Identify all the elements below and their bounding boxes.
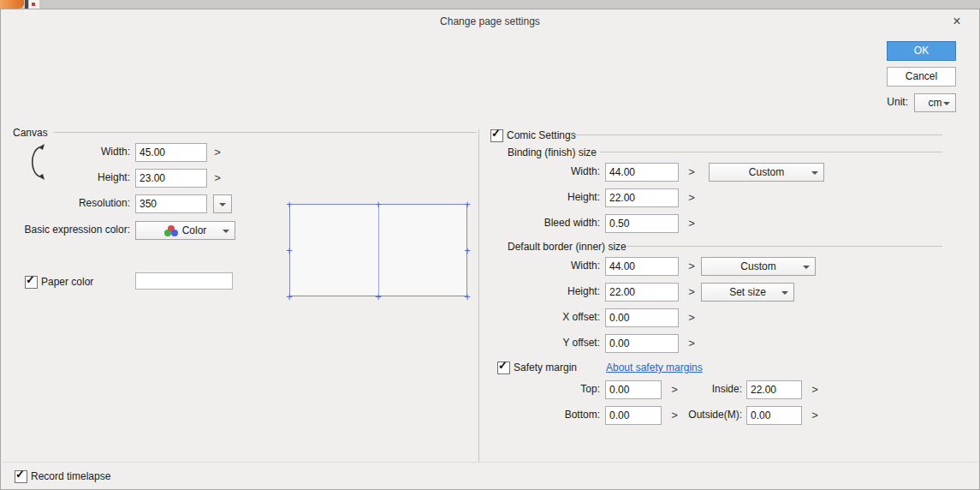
canvas-height-label: Height:	[18, 171, 130, 183]
comic-settings-line	[571, 134, 942, 135]
check-icon: ✓	[26, 273, 35, 286]
y-offset-input[interactable]	[605, 334, 679, 353]
check-icon: ✓	[15, 468, 25, 481]
binding-size-preset-value: Custom	[749, 166, 784, 178]
binding-size-preset-select[interactable]: Custom	[709, 163, 824, 182]
border-size-mode-value: Set size	[729, 286, 766, 298]
binding-height-label: Height:	[480, 191, 600, 203]
expression-color-value: Color	[182, 224, 207, 236]
border-width-input[interactable]	[605, 257, 679, 276]
chevron-right-icon: >	[811, 383, 818, 396]
canvas-resolution-label: Resolution:	[18, 197, 130, 209]
crop-mark-icon: +	[286, 291, 293, 302]
bleed-width-label: Bleed width:	[480, 217, 600, 229]
unit-select[interactable]: cm	[914, 93, 956, 112]
chevron-right-icon: >	[214, 146, 221, 158]
canvas-resolution-input[interactable]	[135, 194, 207, 213]
safety-top-label: Top:	[514, 383, 600, 395]
expression-color-label: Basic expression color:	[8, 224, 130, 236]
border-height-input[interactable]	[605, 283, 679, 302]
dialog-title: Change page settings	[1, 15, 979, 27]
chevron-right-icon: >	[688, 165, 695, 178]
canvas-resolution-dropdown-button[interactable]	[213, 194, 232, 213]
crop-mark-icon: +	[286, 199, 293, 210]
canvas-width-expand-button[interactable]: >	[210, 143, 225, 162]
ok-button[interactable]: OK	[887, 41, 956, 61]
chevron-down-icon	[803, 266, 810, 269]
panel-divider	[478, 129, 479, 462]
crop-mark-icon: +	[464, 199, 471, 210]
safety-inside-input[interactable]	[746, 380, 802, 399]
default-border-line	[626, 246, 942, 247]
record-timelapse-label: Record timelapse	[31, 470, 110, 482]
crop-mark-icon: +	[375, 199, 382, 210]
change-page-settings-dialog: Change page settings × OK Cancel Unit: c…	[0, 9, 980, 490]
crop-mark-icon: +	[464, 245, 471, 256]
canvas-height-input[interactable]	[135, 169, 207, 188]
binding-height-expand-button[interactable]: >	[684, 188, 699, 207]
safety-outside-input[interactable]	[746, 406, 802, 425]
chevron-right-icon: >	[688, 217, 695, 230]
safety-bottom-input[interactable]	[605, 406, 662, 425]
chevron-down-icon	[811, 171, 818, 175]
border-width-label: Width:	[480, 260, 600, 272]
y-offset-expand-button[interactable]: >	[684, 334, 699, 353]
unit-label: Unit:	[858, 96, 908, 108]
canvas-height-expand-button[interactable]: >	[210, 169, 225, 188]
binding-size-label: Binding (finish) size	[508, 146, 597, 158]
preview-center-line	[378, 204, 379, 296]
safety-inside-label: Inside:	[656, 383, 742, 395]
chevron-right-icon: >	[688, 260, 695, 272]
safety-bottom-label: Bottom:	[514, 409, 600, 421]
comic-settings-checkbox[interactable]: ✓	[490, 129, 503, 142]
border-height-expand-button[interactable]: >	[684, 283, 699, 302]
cancel-button[interactable]: Cancel	[887, 67, 956, 87]
border-size-preset-value: Custom	[740, 260, 775, 272]
crop-mark-icon: +	[286, 245, 293, 256]
about-safety-margins-link[interactable]: About safety margins	[606, 362, 703, 373]
chevron-down-icon	[219, 203, 226, 206]
border-size-mode-select[interactable]: Set size	[701, 283, 794, 302]
close-icon[interactable]: ×	[946, 12, 968, 31]
x-offset-label: X offset:	[480, 311, 600, 323]
expression-color-select[interactable]: Color	[135, 221, 235, 240]
chevron-down-icon	[943, 102, 950, 105]
chevron-right-icon: >	[688, 191, 695, 204]
x-offset-input[interactable]	[605, 308, 679, 327]
x-offset-expand-button[interactable]: >	[684, 308, 699, 327]
page-preview: + + + + + + + +	[279, 194, 478, 307]
binding-width-expand-button[interactable]: >	[684, 163, 699, 182]
background-logo-shape	[0, 0, 24, 9]
paper-color-checkbox[interactable]: ✓	[25, 276, 38, 289]
default-border-label: Default border (inner) size	[508, 241, 627, 253]
color-mode-icon	[164, 225, 178, 236]
background-divider	[25, 0, 28, 9]
paper-color-swatch[interactable]	[135, 272, 233, 290]
border-width-expand-button[interactable]: >	[684, 257, 699, 276]
safety-outside-label: Outside(M):	[656, 409, 742, 421]
y-offset-label: Y offset:	[480, 337, 600, 349]
crop-mark-icon: +	[375, 291, 382, 302]
safety-margin-checkbox[interactable]: ✓	[497, 362, 510, 374]
canvas-width-label: Width:	[18, 146, 130, 158]
bleed-width-expand-button[interactable]: >	[684, 214, 699, 233]
binding-width-input[interactable]	[605, 163, 679, 182]
binding-size-line	[600, 152, 942, 152]
binding-height-input[interactable]	[605, 188, 679, 207]
chevron-down-icon	[781, 291, 788, 295]
safety-inside-expand-button[interactable]: >	[807, 380, 823, 399]
safety-top-input[interactable]	[605, 380, 662, 399]
unit-value: cm	[929, 97, 942, 109]
canvas-group-line	[54, 132, 477, 133]
footer-divider	[2, 462, 978, 463]
border-height-label: Height:	[480, 285, 600, 297]
check-icon: ✓	[498, 359, 508, 372]
record-timelapse-checkbox[interactable]: ✓	[15, 470, 27, 483]
canvas-width-input[interactable]	[135, 143, 207, 162]
bleed-width-input[interactable]	[605, 214, 679, 233]
border-size-preset-select[interactable]: Custom	[701, 257, 816, 276]
comic-settings-label: Comic Settings	[507, 129, 576, 141]
safety-outside-expand-button[interactable]: >	[807, 406, 823, 425]
chevron-right-icon: >	[214, 171, 221, 184]
background-icon-chip	[29, 0, 39, 9]
